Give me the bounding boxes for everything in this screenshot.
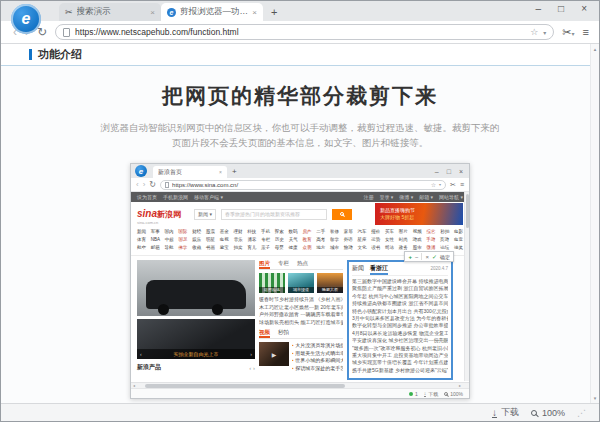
sina-products-bar: 新浪产品 ‹ ›	[137, 363, 255, 372]
nav-link-11: 天气	[289, 236, 298, 244]
nav-link-16: 汽车	[358, 228, 367, 236]
sina-topbar-right-link-4: 网站导航 ▾	[439, 194, 463, 200]
mini-clip-scissors-icon: ✂	[450, 181, 456, 189]
tab-close-icon[interactable]: ×	[252, 8, 257, 17]
mini-bookmark-star-icon: ☆	[431, 181, 436, 188]
nav-link-2: 国内	[165, 228, 174, 236]
scroll-up-icon[interactable]: ▴	[594, 46, 597, 52]
clip-scissors-icon[interactable]: ✂▾	[562, 26, 574, 39]
nav-link-13: 二手	[316, 228, 325, 236]
nav-link-7: 拍卖	[233, 244, 242, 252]
mini-zoom-icon	[444, 392, 448, 396]
nav-link-9: 手机	[261, 228, 270, 236]
menu-icon[interactable]: ≡	[583, 26, 589, 38]
clip-news-line-5: 3月中旬以来多区县改变方法 为今年的春耕备耕保驾护航	[352, 315, 448, 322]
tab-function-intro[interactable]: e 剪报浏览器—功能介绍 ×	[161, 3, 263, 21]
nav-link-6: 电视	[220, 236, 229, 244]
zoom-label: 100%	[542, 408, 565, 418]
nav-link-15: 家居	[344, 228, 353, 236]
thumbnail-1: 组图精选	[259, 273, 285, 293]
nav-link-7: 音乐	[234, 236, 243, 244]
page-body: 把网页的精华部分裁剪下来 浏览器自动智能识别网页中的信息区块，你也可以手动调整，…	[1, 66, 599, 403]
sina-topbar-right: 注册登录 ▾微博 ▾邮箱 ▾网站导航 ▾	[363, 194, 463, 200]
nav-link-10: 探索	[275, 228, 284, 236]
clip-news-line-11: 城乡实现宽带十倍增长覆盖 今年计划重点建设1000个站点	[352, 359, 448, 366]
download-label: 下载	[501, 406, 519, 419]
toolbar-separator	[421, 253, 422, 260]
mini-hscroll-thumb	[145, 384, 345, 388]
nav-link-4: 收藏	[192, 244, 201, 252]
download-group[interactable]: ↓ 下载	[492, 406, 519, 419]
window-controls: – □ ×	[536, 3, 587, 14]
sina-topbar-left-link-2: 移动客户端 ▾	[194, 194, 223, 200]
nav-link-14: 城市	[330, 244, 339, 252]
nav-link-3: 国足	[179, 236, 188, 244]
nav-link-13: 高考	[316, 236, 325, 244]
headline-line-3: 球场新装亮相街头 能工巧匠打造城市健身新地标计划	[259, 319, 343, 327]
nav-link-1: 军事	[151, 228, 160, 236]
nav-link-5: 股票	[206, 228, 215, 236]
scroll-down-icon[interactable]: ▾	[594, 395, 597, 401]
sina-topbar-right-link-3: 邮箱 ▾	[419, 194, 433, 200]
mini-page-icon	[165, 182, 169, 188]
ad-line-1: 新品直播嗨购节	[380, 207, 458, 214]
nav-link-5: 明星	[206, 236, 215, 244]
thumbnail-caption: 晚霞大桥	[317, 287, 343, 293]
url-text[interactable]: https://www.netscapehub.com/function.htm…	[75, 27, 525, 37]
new-tab-button[interactable]: +	[271, 6, 277, 18]
middle-tabs: 图片专栏热点	[259, 260, 343, 270]
resize-grip[interactable]: ⋰	[577, 408, 587, 418]
ad-line-2: 大牌好物 5折起	[380, 214, 458, 221]
nav-link-2: 中超	[165, 236, 174, 244]
mini-toolbar: ‹ › ↻ https://www.sina.com.cn/ ☆ ▾ ✂ ≡	[131, 178, 469, 192]
nav-link-10: 历史	[275, 236, 284, 244]
nav-link-12: 教育	[302, 236, 311, 244]
mini-download-icon: ↓	[424, 391, 427, 397]
zoom-group[interactable]: 100%	[531, 408, 565, 418]
clip-confirm-icon: ✓	[432, 253, 437, 260]
mini-maximize-button: □	[447, 168, 451, 175]
nav-link-21: 手游	[426, 236, 435, 244]
section-header: 功能介绍	[1, 44, 599, 65]
mini-zoom-label: 100%	[450, 391, 463, 397]
sina-topbar: 设为首页手机新浪网移动客户端 ▾ 注册登录 ▾微博 ▾邮箱 ▾网站导航 ▾	[131, 192, 469, 202]
thumbnail-row: 组图精选 城市绿道 晚霞大桥	[259, 273, 343, 293]
products-title: 新浪产品	[137, 363, 161, 372]
nav-link-23: 电影	[454, 228, 463, 236]
nav-link-20: 视频	[413, 228, 422, 236]
video-tab-0: 视频	[259, 329, 270, 336]
maximize-button[interactable]: □	[558, 3, 564, 14]
close-button[interactable]: ×	[581, 3, 587, 14]
sina-topbar-left-link-0: 设为首页	[137, 194, 157, 200]
mid-tab-2: 热点	[297, 260, 308, 267]
clip-selection-panel: 新闻 看浙江 2020.4.7 第三届数字中国建设峰会开幕 持续推进电商平台升级…	[347, 260, 453, 380]
tab-strip: e ✂ 搜索演示 × e 剪报浏览器—功能介绍 × + – □ ×	[1, 1, 599, 21]
globe-favicon: e	[167, 8, 176, 17]
carousel-next-icon: ›	[250, 351, 252, 357]
nav-link-17: 运势	[371, 236, 380, 244]
mini-status-count: 1	[415, 391, 418, 397]
mini-window-controls: – □ ×	[435, 168, 469, 175]
middle-headlines: 暖春时节乡村游持续升温 《乡村入画》绘出小康大蓝图木工巧匠让老小区焕然一新 20…	[259, 296, 343, 326]
address-bar[interactable]: https://www.netscapehub.com/function.htm…	[55, 24, 554, 40]
browser-window: e ✂ 搜索演示 × e 剪报浏览器—功能介绍 × + – □ × ‹ › ↻ …	[0, 0, 600, 422]
clip-toolbar: + − × ✓ 确定	[404, 251, 454, 262]
video-headline-1: 用最美生活方式晒出幸福感	[292, 350, 343, 358]
tab-close-icon[interactable]: ×	[150, 8, 155, 17]
nav-link-0: 新闻	[137, 228, 146, 236]
nav-link-3: 国际	[178, 228, 187, 236]
clip-expand-icon: +	[408, 254, 412, 260]
bookmark-star-icon[interactable]: ☆	[530, 27, 538, 37]
nav-link-3: 佛学	[178, 244, 187, 252]
nav-link-18: 司法	[385, 244, 394, 252]
mini-vertical-scrollbar	[464, 192, 469, 381]
refresh-icon[interactable]: ↻	[37, 26, 47, 38]
section-title: 功能介绍	[38, 47, 82, 62]
chevron-down-icon[interactable]: ▾	[543, 29, 546, 36]
tab-search-demo[interactable]: ✂ 搜索演示 ×	[59, 3, 161, 21]
nav-link-20: 游戏	[413, 236, 422, 244]
clip-news-line-12: 携手共建5G新基建 乡村旅游公司迎来"云端"新机遇	[352, 367, 448, 374]
vertical-scrollbar[interactable]: ▴ ▾	[590, 44, 599, 403]
mini-tab-label: 新浪首页	[158, 168, 216, 177]
minimize-button[interactable]: –	[536, 3, 542, 14]
